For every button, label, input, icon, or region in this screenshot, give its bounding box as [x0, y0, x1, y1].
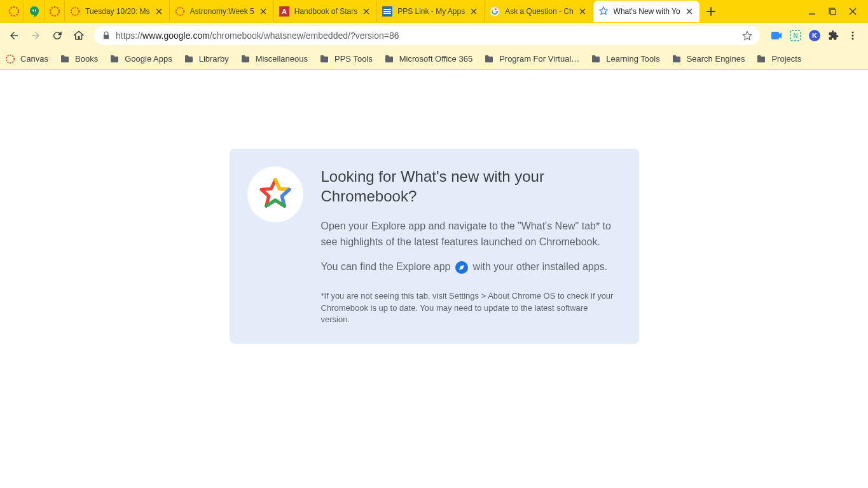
tab-title: Handbook of Stars — [294, 7, 357, 16]
svg-point-19 — [851, 34, 853, 36]
canvas-icon — [49, 6, 60, 17]
tab-favicon — [175, 6, 185, 17]
card-paragraph-2: You can find the Explore app with your o… — [321, 259, 619, 275]
hangouts-icon — [29, 6, 40, 17]
tab-favicon — [382, 6, 392, 17]
forward-button[interactable] — [27, 27, 45, 44]
svg-rect-13 — [771, 32, 779, 39]
tab-title: Astronomy:Week 5 — [190, 7, 254, 16]
tab[interactable]: What's New with Yo — [593, 1, 699, 22]
bookmark-label: Learning Tools — [606, 54, 659, 64]
svg-point-3 — [176, 8, 183, 15]
folder-icon — [60, 54, 70, 64]
pinned-tab-hangouts[interactable] — [24, 1, 45, 22]
bookmark-item[interactable]: Learning Tools — [591, 54, 659, 64]
explore-app-icon — [455, 261, 469, 274]
tab[interactable]: Ask a Question - Ch — [485, 1, 593, 22]
home-button[interactable] — [70, 27, 88, 44]
card-heading: Looking for What's new with your Chromeb… — [321, 166, 619, 206]
menu-button[interactable] — [846, 29, 859, 42]
tab-favicon — [598, 6, 609, 17]
bookmark-label: Google Apps — [125, 54, 172, 64]
tab[interactable]: PPS Link - My Apps — [377, 1, 485, 22]
svg-rect-12 — [830, 10, 836, 15]
bookmark-item[interactable]: Microsoft Office 365 — [384, 54, 472, 64]
svg-point-1 — [50, 7, 59, 16]
bookmark-label: Canvas — [20, 54, 48, 64]
extension-notion-icon[interactable]: N — [789, 29, 802, 42]
bookmark-label: Miscellaneous — [256, 54, 308, 64]
bookmark-star-icon[interactable] — [742, 30, 752, 41]
whats-new-card: Looking for What's new with your Chromeb… — [230, 149, 639, 344]
card-paragraph-1: Open your Explore app and navigate to th… — [321, 219, 619, 250]
tab-close-icon[interactable] — [154, 6, 164, 17]
bookmark-item[interactable]: Search Engines — [672, 54, 745, 64]
bookmark-item[interactable]: Canvas — [5, 54, 48, 64]
address-bar[interactable]: https://www.google.com/chromebook/whatsn… — [94, 26, 760, 45]
tab-strip: Tuesday 10/20: MsAstronomy:Week 5AHandbo… — [0, 0, 868, 23]
window-controls — [807, 6, 864, 17]
new-tab-button[interactable] — [702, 3, 720, 20]
bookmark-item[interactable]: Librarby — [184, 54, 229, 64]
canvas-icon — [8, 6, 20, 17]
bookmark-item[interactable]: Miscellaneous — [240, 54, 308, 64]
folder-icon — [109, 54, 120, 64]
card-footnote: *If you are not seeing this tab, visit S… — [321, 290, 619, 327]
bookmark-label: Search Engines — [687, 54, 745, 64]
extension-zoom-icon[interactable] — [770, 29, 783, 42]
folder-icon — [184, 54, 194, 64]
bookmarks-bar: CanvasBooksGoogle AppsLibrarbyMiscellane… — [0, 48, 868, 70]
bookmark-label: Microsoft Office 365 — [399, 54, 472, 64]
bookmark-label: PPS Tools — [334, 54, 373, 64]
pinned-tab-canvas-2[interactable] — [45, 1, 65, 22]
minimize-button[interactable] — [807, 6, 817, 17]
bookmark-label: Books — [75, 54, 98, 64]
folder-icon — [240, 54, 251, 64]
tab-close-icon[interactable] — [684, 6, 694, 17]
svg-point-0 — [10, 7, 18, 16]
tab-title: Tuesday 10/20: Ms — [85, 7, 150, 16]
bookmark-item[interactable]: Program For Virtual… — [484, 54, 579, 64]
svg-rect-8 — [383, 11, 391, 12]
canvas-icon — [5, 54, 15, 64]
bookmark-label: Program For Virtual… — [499, 54, 579, 64]
extensions-puzzle-icon[interactable] — [827, 29, 840, 42]
folder-icon — [672, 54, 682, 64]
close-window-button[interactable] — [848, 6, 858, 17]
svg-point-2 — [71, 8, 79, 15]
tab-title: Ask a Question - Ch — [505, 7, 573, 16]
url-text: https://www.google.com/chromebook/whatsn… — [116, 30, 399, 41]
svg-rect-9 — [383, 13, 391, 14]
card-body: Looking for What's new with your Chromeb… — [321, 166, 619, 326]
pinned-tab-canvas[interactable] — [4, 1, 24, 22]
tab[interactable]: AHandbook of Stars — [274, 1, 377, 22]
tab-close-icon[interactable] — [361, 6, 371, 17]
folder-icon — [319, 54, 329, 64]
extension-icons: N K — [766, 29, 863, 42]
folder-icon — [591, 54, 601, 64]
card-star-icon — [247, 166, 303, 222]
svg-rect-7 — [383, 9, 391, 10]
bookmark-item[interactable]: Books — [60, 54, 98, 64]
bookmark-item[interactable]: Projects — [756, 54, 801, 64]
tab-close-icon[interactable] — [258, 6, 268, 17]
tab-favicon — [490, 6, 500, 17]
tab[interactable]: Astronomy:Week 5 — [170, 1, 274, 22]
bookmark-item[interactable]: PPS Tools — [319, 54, 373, 64]
bookmark-label: Librarby — [199, 54, 229, 64]
tab-close-icon[interactable] — [469, 6, 479, 17]
tab[interactable]: Tuesday 10/20: Ms — [65, 1, 170, 22]
svg-point-21 — [6, 55, 14, 62]
folder-icon — [384, 54, 394, 64]
tab-favicon — [70, 6, 80, 17]
svg-point-18 — [851, 31, 853, 33]
bookmark-label: Projects — [771, 54, 801, 64]
folder-icon — [484, 54, 494, 64]
extension-k-icon[interactable]: K — [808, 29, 821, 42]
bookmark-item[interactable]: Google Apps — [109, 54, 172, 64]
tab-title: What's New with Yo — [614, 7, 680, 16]
reload-button[interactable] — [48, 27, 66, 44]
back-button[interactable] — [5, 27, 23, 44]
maximize-button[interactable] — [827, 6, 837, 17]
tab-close-icon[interactable] — [577, 6, 588, 17]
